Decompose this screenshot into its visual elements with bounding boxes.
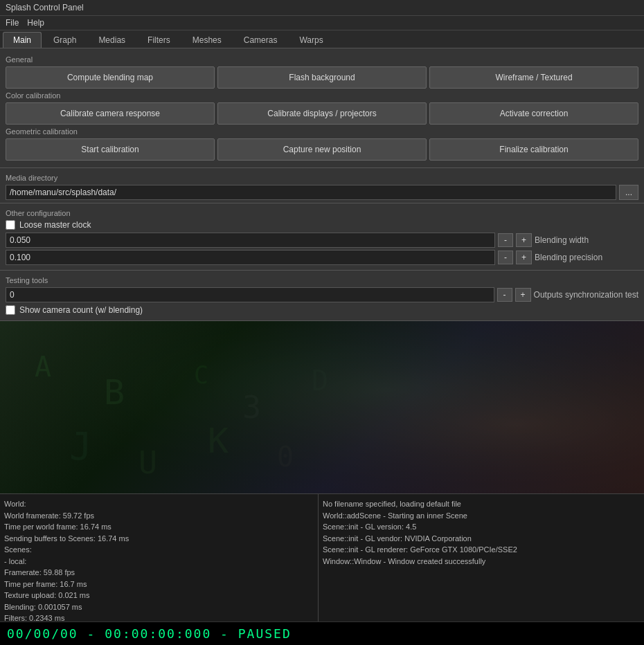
app: Splash Control Panel File Help Main Grap… [0, 0, 644, 645]
show-camera-count-label: Show camera count (w/ blending) [19, 305, 143, 315]
media-directory-section: Media directory ... [0, 168, 644, 203]
calibrate-displays-button[interactable]: Calibrate displays / projectors [217, 102, 427, 125]
capture-new-position-button[interactable]: Capture new position [217, 138, 427, 161]
geometric-calibration-buttons: Start calibration Capture new position F… [6, 138, 638, 161]
sync-test-label: Outputs synchronization test [534, 290, 638, 300]
sys-log-line-0: No filename specified, loading default f… [323, 498, 640, 510]
world-log-line-0: World: [4, 498, 314, 510]
status-text: 00/00/00 - 00:00:00:000 - PAUSED [7, 626, 292, 641]
tab-meshes[interactable]: Meshes [182, 32, 232, 48]
world-log: World: World framerate: 59.72 fps Time p… [0, 494, 319, 621]
start-calibration-button[interactable]: Start calibration [6, 138, 215, 161]
world-log-line-6: Framerate: 59.88 fps [4, 567, 314, 579]
sync-test-row: - + Outputs synchronization test [6, 287, 638, 302]
tab-graph[interactable]: Graph [43, 32, 87, 48]
svg-text:A: A [35, 351, 51, 383]
calibrate-camera-response-button[interactable]: Calibrate camera response [6, 102, 215, 125]
blending-width-row: - + Blending width [6, 233, 638, 248]
menubar: File Help [0, 16, 644, 30]
sys-log-line-3: Scene::init - GL vendor: NVIDIA Corporat… [323, 533, 640, 545]
general-buttons: Compute blending map Flash background Wi… [6, 66, 638, 89]
sync-test-input[interactable] [6, 287, 494, 302]
wireframe-textured-button[interactable]: Wireframe / Textured [429, 66, 638, 89]
blending-precision-row: - + Blending precision [6, 250, 638, 265]
flash-background-button[interactable]: Flash background [217, 66, 427, 89]
tab-bar: Main Graph Medias Filters Meshes Cameras… [0, 30, 644, 48]
system-log: No filename specified, loading default f… [319, 494, 644, 621]
geometric-calibration-label: Geometric calibration [6, 127, 638, 136]
svg-text:J: J [69, 424, 92, 469]
world-log-line-7: Time per frame: 16.7 ms [4, 579, 314, 590]
sys-log-line-1: World::addScene - Starting an inner Scen… [323, 510, 640, 522]
color-calibration-buttons: Calibrate camera response Calibrate disp… [6, 102, 638, 125]
media-directory-label: Media directory [6, 174, 638, 182]
svg-text:B: B [104, 372, 125, 412]
canvas-svg: A B C 3 D J U K 0 A H [0, 321, 644, 493]
world-log-line-4: Scenes: [4, 544, 314, 556]
other-config-section: Other configuration Loose master clock -… [0, 203, 644, 271]
browse-button[interactable]: ... [619, 185, 638, 200]
svg-text:C: C [194, 361, 208, 389]
sys-log-line-5: Window::Window - Window created successf… [323, 556, 640, 567]
sync-test-minus-button[interactable]: - [497, 288, 512, 302]
blending-width-input[interactable] [6, 233, 495, 248]
titlebar: Splash Control Panel [0, 0, 644, 16]
activate-correction-button[interactable]: Activate correction [429, 102, 638, 125]
sys-log-line-4: Scene::init - GL renderer: GeForce GTX 1… [323, 544, 640, 556]
blending-width-minus-button[interactable]: - [498, 233, 513, 247]
canvas-area: A B C 3 D J U K 0 A H [0, 321, 644, 493]
media-directory-row: ... [6, 185, 638, 200]
other-config-label: Other configuration [6, 209, 638, 217]
world-log-line-1: World framerate: 59.72 fps [4, 510, 314, 522]
blending-width-plus-button[interactable]: + [516, 233, 532, 247]
svg-text:3: 3 [242, 389, 261, 426]
loose-master-clock-label: Loose master clock [19, 220, 91, 230]
sys-log-line-2: Scene::init - GL version: 4.5 [323, 521, 640, 533]
sync-test-plus-button[interactable]: + [515, 288, 531, 302]
svg-text:0: 0 [277, 441, 294, 473]
loose-master-clock-row: Loose master clock [6, 220, 638, 230]
blending-width-label: Blending width [535, 235, 638, 245]
compute-blending-map-button[interactable]: Compute blending map [6, 66, 215, 89]
testing-tools-label: Testing tools [6, 276, 638, 284]
world-log-line-10: Filters: 0.2343 ms [4, 612, 314, 621]
menu-file[interactable]: File [6, 18, 19, 28]
svg-rect-1 [0, 321, 644, 493]
general-label: General [6, 55, 638, 64]
tab-warps[interactable]: Warps [289, 32, 333, 48]
blending-precision-label: Blending precision [535, 253, 638, 262]
show-camera-count-checkbox[interactable] [6, 305, 15, 315]
controls-panel: General Compute blending map Flash backg… [0, 48, 644, 168]
color-calibration-label: Color calibration [6, 91, 638, 100]
svg-text:K: K [208, 421, 229, 461]
tab-filters[interactable]: Filters [137, 32, 181, 48]
tab-cameras[interactable]: Cameras [233, 32, 288, 48]
world-log-line-8: Texture upload: 0.021 ms [4, 590, 314, 601]
testing-tools-section: Testing tools - + Outputs synchronizatio… [0, 271, 644, 321]
loose-master-clock-checkbox[interactable] [6, 220, 15, 230]
finalize-calibration-button[interactable]: Finalize calibration [429, 138, 638, 161]
status-bar: 00/00/00 - 00:00:00:000 - PAUSED [0, 621, 644, 645]
world-log-line-2: Time per world frame: 16.74 ms [4, 521, 314, 533]
blending-precision-plus-button[interactable]: + [516, 251, 532, 264]
world-log-line-5: - local: [4, 556, 314, 567]
world-log-line-9: Blending: 0.001057 ms [4, 601, 314, 613]
svg-text:D: D [312, 365, 328, 397]
svg-text:U: U [138, 444, 157, 481]
tab-main[interactable]: Main [3, 32, 42, 48]
svg-text:A: A [35, 490, 60, 493]
bottom-log-area: World: World framerate: 59.72 fps Time p… [0, 493, 644, 621]
show-camera-count-row: Show camera count (w/ blending) [6, 305, 638, 315]
menu-help[interactable]: Help [27, 18, 44, 28]
app-title: Splash Control Panel [6, 3, 84, 12]
canvas-background: A B C 3 D J U K 0 A H [0, 321, 644, 493]
media-directory-input[interactable] [6, 185, 616, 200]
blending-precision-minus-button[interactable]: - [498, 251, 513, 264]
tab-medias[interactable]: Medias [88, 32, 136, 48]
blending-precision-input[interactable] [6, 250, 495, 265]
world-log-line-3: Sending buffers to Scenes: 16.74 ms [4, 533, 314, 545]
